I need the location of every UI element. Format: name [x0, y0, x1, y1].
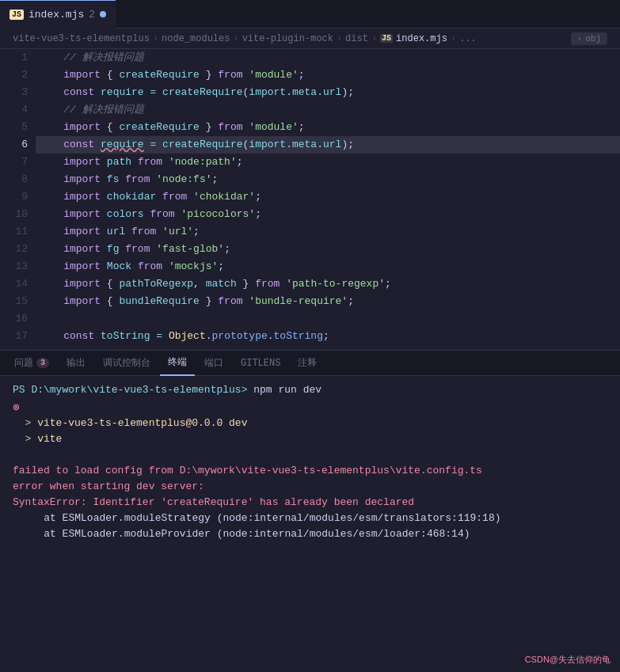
panel-tab-label: GITLENS [241, 358, 280, 369]
panel-tab-问题[interactable]: 问题3 [6, 351, 57, 376]
editor-area: 1234567891011121314151617 // 解决报错问题 impo… [0, 49, 620, 350]
bc-sep-3: › [337, 33, 342, 44]
code-line: import chokidar from 'chokidar'; [36, 188, 620, 206]
terminal-error: SyntaxError: Identifier 'createRequire' … [13, 496, 414, 508]
js-icon: JS [10, 9, 24, 20]
bc-current-file: index.mjs [396, 33, 447, 44]
terminal-line: > vite-vue3-ts-elementplus@0.0.0 dev [13, 416, 607, 431]
terminal-pkg: vite-vue3-ts-elementplus@0.0.0 dev [37, 417, 247, 429]
line-number: 16 [0, 310, 28, 328]
terminal-line: at ESMLoader.moduleProvider (node:intern… [13, 526, 607, 542]
terminal-line: failed to load config from D:\mywork\vit… [13, 463, 607, 479]
line-number: 2 [0, 66, 28, 84]
line-number: 15 [0, 293, 28, 310]
terminal-error: error when starting dev server: [13, 480, 204, 492]
terminal-line: > vite [13, 431, 607, 447]
line-number: 10 [0, 206, 28, 223]
obj-label: obj [585, 34, 601, 44]
code-line: import fs from 'node:fs'; [36, 171, 620, 188]
terminal-command: npm run dev [247, 384, 321, 396]
watermark: CSDN@失去信仰的龟 [520, 652, 615, 667]
line-number: 8 [0, 171, 28, 188]
terminal-line: SyntaxError: Identifier 'createRequire' … [13, 495, 607, 511]
panel-tabs: 问题3输出调试控制台终端端口GITLENS注释 [0, 351, 620, 376]
line-number: 9 [0, 188, 28, 206]
line-number: 7 [0, 154, 28, 171]
minimap-obj-button[interactable]: › obj [571, 32, 607, 45]
panel-tab-调试控制台[interactable]: 调试控制台 [95, 351, 158, 376]
code-line [36, 310, 620, 328]
line-number: 6 [0, 136, 28, 154]
bc-js-icon: JS [380, 34, 393, 43]
line-number: 3 [0, 84, 28, 101]
breadcrumb: vite-vue3-ts-elementplus › node_modules … [0, 28, 620, 49]
line-number-gutter: 1234567891011121314151617 [0, 49, 36, 350]
panel-tab-label: 调试控制台 [103, 356, 150, 370]
line-number: 13 [0, 258, 28, 275]
panel-tab-label: 注释 [298, 356, 317, 370]
terminal-line [13, 447, 607, 463]
code-line: import { createRequire } from 'module'; [36, 66, 620, 84]
terminal-indent: at ESMLoader.moduleStrategy (node:intern… [13, 512, 501, 524]
code-content[interactable]: // 解决报错问题 import { createRequire } from … [36, 49, 620, 350]
error-icon: ⊗ [13, 400, 19, 416]
code-line: import path from 'node:path'; [36, 154, 620, 171]
code-line: // 解决报错问题 [36, 101, 620, 119]
code-line: import { bundleRequire } from 'bundle-re… [36, 293, 620, 310]
terminal-line: error when starting dev server: [13, 479, 607, 495]
code-line: import fg from 'fast-glob'; [36, 241, 620, 258]
bc-ellipsis: ... [459, 33, 477, 44]
panel-tab-注释[interactable]: 注释 [290, 351, 325, 376]
bc-part-2: node_modules [162, 33, 230, 44]
terminal-indent: at ESMLoader.moduleProvider (node:intern… [13, 528, 470, 540]
panel-tab-端口[interactable]: 端口 [196, 351, 231, 376]
code-line: import colors from 'picocolors'; [36, 206, 620, 223]
terminal-area[interactable]: PS D:\mywork\vite-vue3-ts-elementplus> n… [0, 376, 620, 672]
code-line: const require = createRequire(import.met… [36, 136, 620, 154]
bc-part-3: vite-plugin-mock [242, 33, 333, 44]
panel-tab-终端[interactable]: 终端 [160, 351, 195, 376]
panel-tab-label: 终端 [168, 355, 187, 369]
line-number: 4 [0, 101, 28, 119]
panel-tab-label: 问题 [14, 356, 33, 370]
panel-tab-label: 端口 [204, 356, 223, 370]
code-line: import Mock from 'mockjs'; [36, 258, 620, 275]
terminal-arrow: > [13, 417, 37, 429]
terminal-error-icon-area: ⊗ [13, 400, 607, 416]
bc-sep-4: › [371, 33, 377, 44]
bc-sep-5: › [451, 33, 456, 44]
code-line: const require = createRequire(import.met… [36, 84, 620, 101]
terminal-pkg: vite [37, 433, 62, 445]
line-number: 17 [0, 328, 28, 345]
code-line: // 解决报错问题 [36, 49, 620, 66]
line-number: 14 [0, 275, 28, 293]
tab-filename: index.mjs [29, 9, 84, 21]
terminal-prompt-line: PS D:\mywork\vite-vue3-ts-elementplus> n… [13, 382, 607, 398]
modified-dot [100, 11, 106, 17]
bc-sep-1: › [153, 33, 158, 44]
line-number: 1 [0, 49, 28, 66]
panel-tab-gitlens[interactable]: GITLENS [233, 351, 288, 376]
code-line: const toString = Object.prototype.toStri… [36, 328, 620, 345]
chevron-right-icon: › [577, 34, 583, 44]
bc-part-4: dist [345, 33, 368, 44]
code-line: import url from 'url'; [36, 223, 620, 241]
terminal-prompt: PS D:\mywork\vite-vue3-ts-elementplus> [13, 384, 247, 396]
line-number: 12 [0, 241, 28, 258]
panel-tab-输出[interactable]: 输出 [59, 351, 93, 376]
tab-bar: JS index.mjs 2 [0, 0, 620, 28]
code-line: import { createRequire } from 'module'; [36, 119, 620, 136]
tab-number: 2 [89, 9, 95, 21]
terminal-line: at ESMLoader.moduleStrategy (node:intern… [13, 511, 607, 526]
terminal-error: failed to load config from D:\mywork\vit… [13, 465, 482, 476]
line-number: 11 [0, 223, 28, 241]
panel-tab-label: 输出 [67, 356, 86, 370]
panel-tab-badge: 3 [36, 358, 49, 368]
line-number: 5 [0, 119, 28, 136]
code-line: import { pathToRegexp, match } from 'pat… [36, 275, 620, 293]
bc-sep-2: › [233, 33, 238, 44]
bc-part-1: vite-vue3-ts-elementplus [13, 33, 150, 44]
terminal-arrow: > [13, 433, 37, 445]
active-tab[interactable]: JS index.mjs 2 [0, 0, 116, 28]
